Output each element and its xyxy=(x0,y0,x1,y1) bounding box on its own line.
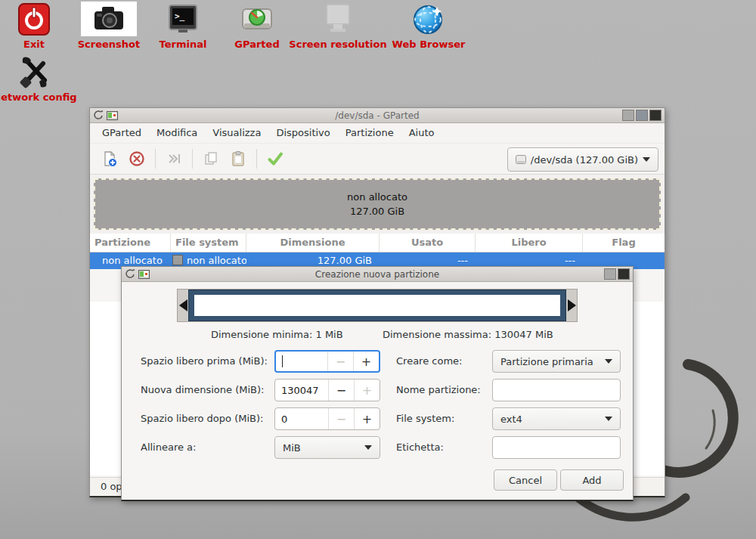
column-header-libero[interactable]: Libero xyxy=(476,234,583,252)
align-to-value: MiB xyxy=(283,442,301,454)
desktop-icon-label: Exit xyxy=(23,39,45,50)
disk-gauge-icon xyxy=(240,2,274,36)
desktop-icon-label: Screen resolution xyxy=(289,39,386,50)
dialog-close-button[interactable] xyxy=(618,268,630,280)
dialog-minimize-button[interactable] xyxy=(604,268,616,280)
partition-table-header: Partizione File system Dimensione Usato … xyxy=(90,234,665,252)
file-system-label: File system: xyxy=(396,407,454,430)
power-icon xyxy=(17,2,51,36)
menu-dispositivo[interactable]: Dispositivo xyxy=(268,123,337,143)
decrement-button[interactable]: − xyxy=(328,408,354,429)
chevron-down-icon xyxy=(643,157,650,162)
column-header-usato[interactable]: Usato xyxy=(380,234,476,252)
new-partition-bar[interactable] xyxy=(188,290,566,321)
new-size-spinner[interactable]: 130047 − + xyxy=(274,379,380,401)
toolbar-separator xyxy=(192,149,193,169)
desktop-icon-terminal[interactable]: >_ Terminal xyxy=(145,2,221,50)
resize-move-icon xyxy=(165,150,183,168)
filesystem-color-swatch xyxy=(172,255,183,265)
paste-icon xyxy=(229,150,247,168)
partition-name-input[interactable] xyxy=(492,379,621,401)
column-header-file-system[interactable]: File system xyxy=(171,234,246,252)
menu-visualizza[interactable]: Visualizza xyxy=(205,123,268,143)
free-space-after-label: Spazio libero dopo (MiB): xyxy=(141,407,263,430)
desktop-icon-label: Screenshot xyxy=(78,39,141,50)
dialog-titlebar[interactable]: Creazione nuova partizione xyxy=(122,267,633,282)
create-as-label: Creare come: xyxy=(396,350,462,373)
triangle-left-icon xyxy=(179,299,187,311)
partition-name-label: Nome partizione: xyxy=(396,379,481,401)
gparted-titlebar[interactable]: /dev/sda - GParted xyxy=(90,108,665,123)
label-field-label: Etichetta: xyxy=(396,436,444,459)
new-partition-icon xyxy=(101,150,119,168)
align-to-label: Allineare a: xyxy=(141,436,196,459)
menu-aiuto[interactable]: Aiuto xyxy=(401,123,442,143)
spinner-value xyxy=(276,352,327,371)
desktop-icon-network-config[interactable]: Network config xyxy=(0,54,76,103)
increment-button[interactable]: + xyxy=(354,408,380,429)
free-space-before-spinner[interactable]: − + xyxy=(274,350,380,373)
max-size-label: Dimensione massima: 130047 MiB xyxy=(383,324,553,346)
desktop-icon-screen-resolution[interactable]: Screen resolution xyxy=(285,2,391,50)
min-size-label: Dimensione minima: 1 MiB xyxy=(211,324,343,346)
align-to-dropdown[interactable]: MiB xyxy=(274,436,380,459)
decrement-button[interactable]: − xyxy=(328,379,354,401)
resize-right-handle[interactable] xyxy=(566,290,577,321)
decrement-button[interactable]: − xyxy=(327,352,353,371)
desktop-icon-label: Web Browser xyxy=(392,39,466,50)
increment-button[interactable]: + xyxy=(354,379,380,401)
cancel-button-label: Cancel xyxy=(509,475,542,486)
toolbar-separator xyxy=(256,149,257,169)
globe-icon xyxy=(411,2,446,36)
terminal-icon: >_ xyxy=(166,2,200,36)
menu-modifica[interactable]: Modifica xyxy=(149,123,205,143)
increment-button[interactable]: + xyxy=(353,352,379,371)
close-button[interactable] xyxy=(649,110,662,121)
resize-move-button[interactable] xyxy=(160,147,187,171)
delete-partition-button[interactable] xyxy=(123,147,150,171)
resize-left-handle[interactable] xyxy=(178,290,188,321)
create-partition-dialog: Creazione nuova partizione Dimensione mi… xyxy=(121,266,634,501)
desktop-icon-screenshot[interactable]: Screenshot xyxy=(71,2,147,50)
menu-partizione[interactable]: Partizione xyxy=(338,123,401,143)
unallocated-disk-region[interactable]: non allocato 127.00 GiB xyxy=(94,178,661,230)
paste-button[interactable] xyxy=(225,147,252,171)
free-space-after-spinner[interactable]: 0 − + xyxy=(274,407,380,430)
file-system-dropdown[interactable]: ext4 xyxy=(492,407,621,430)
desktop-icon-label: Terminal xyxy=(160,39,207,50)
apply-button[interactable] xyxy=(262,147,289,171)
add-button-label: Add xyxy=(582,475,601,486)
desktop-icon-gparted[interactable]: GParted xyxy=(219,2,295,50)
cancel-button[interactable]: Cancel xyxy=(494,469,557,491)
chevron-down-icon xyxy=(364,445,372,450)
new-partition-bar-inner xyxy=(194,295,560,316)
spinner-value: 0 xyxy=(275,408,328,429)
label-input[interactable] xyxy=(492,436,621,459)
device-selector[interactable]: /dev/sda (127.00 GiB) xyxy=(507,147,658,172)
toolbar-separator xyxy=(155,149,156,169)
create-as-dropdown[interactable]: Partizione primaria xyxy=(492,350,621,373)
maximize-button[interactable] xyxy=(636,110,648,121)
partition-resize-widget xyxy=(177,289,578,322)
new-partition-button[interactable] xyxy=(96,147,123,171)
desktop-icon-exit[interactable]: Exit xyxy=(0,2,72,50)
toolbar: /dev/sda (127.00 GiB) xyxy=(90,144,665,175)
desktop-icon-web-browser[interactable]: Web Browser xyxy=(383,2,474,50)
chevron-down-icon xyxy=(605,417,612,421)
column-header-partizione[interactable]: Partizione xyxy=(90,234,171,252)
device-selector-label: /dev/sda (127.00 GiB) xyxy=(531,154,638,166)
column-header-flag[interactable]: Flag xyxy=(583,234,665,252)
column-header-dimensione[interactable]: Dimensione xyxy=(246,234,380,252)
spinner-value: 130047 xyxy=(275,379,328,401)
tools-icon xyxy=(17,54,52,89)
svg-text:>_: >_ xyxy=(175,11,185,21)
delete-icon xyxy=(128,150,146,168)
copy-button[interactable] xyxy=(197,147,225,171)
add-button[interactable]: Add xyxy=(560,469,624,491)
new-size-label: Nuova dimensione (MiB): xyxy=(141,379,264,401)
dialog-title: Creazione nuova partizione xyxy=(122,269,633,280)
menu-gparted[interactable]: GParted xyxy=(94,123,149,143)
minimize-button[interactable] xyxy=(622,110,634,121)
free-space-before-label: Spazio libero prima (MiB): xyxy=(141,350,268,373)
triangle-right-icon xyxy=(568,299,576,311)
